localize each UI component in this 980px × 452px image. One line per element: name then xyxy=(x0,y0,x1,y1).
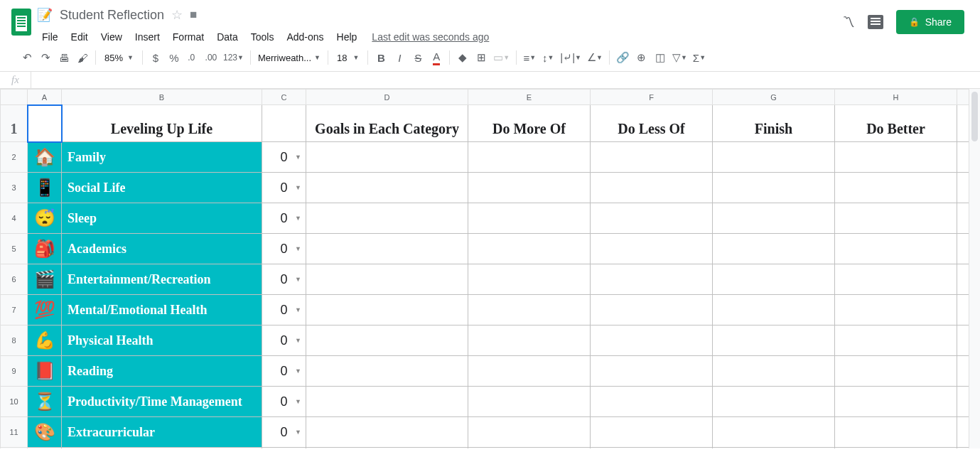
do-less-cell[interactable] xyxy=(591,264,713,295)
menu-format[interactable]: Format xyxy=(168,28,209,45)
goals-cell[interactable] xyxy=(306,295,468,325)
cell-d1[interactable]: Goals in Each Category xyxy=(306,105,468,142)
dropdown-arrow-icon[interactable]: ▼ xyxy=(295,337,301,344)
menu-help[interactable]: Help xyxy=(332,28,362,45)
category-icon[interactable]: ⏳ xyxy=(28,387,62,417)
value-cell[interactable]: 0▼ xyxy=(262,203,306,234)
print-button[interactable]: 🖶 xyxy=(55,48,72,67)
finish-cell[interactable] xyxy=(713,356,835,387)
col-header-g[interactable]: G xyxy=(713,90,835,105)
do-less-cell[interactable] xyxy=(591,356,713,387)
row-12-partial[interactable]: 12 xyxy=(1,448,970,449)
category-label[interactable]: Social Life xyxy=(62,173,262,203)
move-folder-icon[interactable]: ■ xyxy=(190,8,197,22)
dropdown-arrow-icon[interactable]: ▼ xyxy=(295,276,301,283)
category-label[interactable]: Reading xyxy=(62,356,262,387)
row-9[interactable]: 9📕Reading0▼ xyxy=(1,356,970,387)
row-7[interactable]: 7💯Mental/Emotional Health0▼ xyxy=(1,295,970,325)
italic-button[interactable]: I xyxy=(391,48,408,67)
functions-button[interactable]: Σ▼ xyxy=(691,48,708,67)
paint-format-button[interactable]: 🖌 xyxy=(74,48,91,67)
do-more-cell[interactable] xyxy=(468,234,591,264)
finish-cell[interactable] xyxy=(713,203,835,234)
col-header-f[interactable]: F xyxy=(591,90,713,105)
row-1[interactable]: 1 Leveling Up Life Goals in Each Categor… xyxy=(1,105,970,142)
col-header-a[interactable]: A xyxy=(28,90,62,105)
category-icon[interactable]: 😴 xyxy=(28,203,62,234)
do-less-cell[interactable] xyxy=(591,417,713,448)
do-more-cell[interactable] xyxy=(468,264,591,295)
do-less-cell[interactable] xyxy=(591,203,713,234)
h-align-button[interactable]: ≡▼ xyxy=(521,48,538,67)
value-cell[interactable]: 0▼ xyxy=(262,142,306,173)
explore-trend-icon[interactable]: 〽 xyxy=(842,15,855,30)
do-more-cell[interactable] xyxy=(468,203,591,234)
category-icon[interactable]: 🎬 xyxy=(28,264,62,295)
finish-cell[interactable] xyxy=(713,173,835,203)
menu-tools[interactable]: Tools xyxy=(246,28,279,45)
do-more-cell[interactable] xyxy=(468,173,591,203)
font-select[interactable]: Merriweath...▼ xyxy=(255,53,323,63)
undo-button[interactable]: ↶ xyxy=(18,48,36,67)
finish-cell[interactable] xyxy=(713,234,835,264)
do-better-cell[interactable] xyxy=(835,387,957,417)
cell-g1[interactable]: Finish xyxy=(713,105,835,142)
category-icon[interactable]: 💪 xyxy=(28,325,62,356)
row-5[interactable]: 5🎒Academics0▼ xyxy=(1,234,970,264)
category-label[interactable]: Sleep xyxy=(62,203,262,234)
do-more-cell[interactable] xyxy=(468,356,591,387)
strike-button[interactable]: S xyxy=(409,48,426,67)
increase-decimal-button[interactable]: .00 xyxy=(203,48,220,67)
category-label[interactable]: Mental/Emotional Health xyxy=(62,295,262,325)
category-icon[interactable]: 📕 xyxy=(28,356,62,387)
cell-i1[interactable] xyxy=(957,105,970,142)
cell-a1[interactable] xyxy=(28,105,62,142)
dropdown-arrow-icon[interactable]: ▼ xyxy=(295,215,301,222)
percent-button[interactable]: % xyxy=(166,48,183,67)
do-better-cell[interactable] xyxy=(835,234,957,264)
do-better-cell[interactable] xyxy=(835,173,957,203)
do-less-cell[interactable] xyxy=(591,325,713,356)
menu-addons[interactable]: Add-ons xyxy=(281,28,328,45)
borders-button[interactable]: ⊞ xyxy=(473,48,490,67)
row-header-2[interactable]: 2 xyxy=(1,142,28,173)
vertical-scrollbar[interactable] xyxy=(969,89,980,448)
do-better-cell[interactable] xyxy=(835,295,957,325)
category-icon[interactable]: 💯 xyxy=(28,295,62,325)
goals-cell[interactable] xyxy=(306,264,468,295)
blank-cell[interactable] xyxy=(957,173,970,203)
do-better-cell[interactable] xyxy=(835,417,957,448)
v-align-button[interactable]: ↕▼ xyxy=(539,48,556,67)
row-header-7[interactable]: 7 xyxy=(1,295,28,325)
value-cell[interactable]: 0▼ xyxy=(262,234,306,264)
do-more-cell[interactable] xyxy=(468,142,591,173)
merge-button[interactable]: ▭▼ xyxy=(491,48,512,67)
value-cell[interactable]: 0▼ xyxy=(262,356,306,387)
value-cell[interactable]: 0▼ xyxy=(262,417,306,448)
cell-e1[interactable]: Do More Of xyxy=(468,105,591,142)
goals-cell[interactable] xyxy=(306,387,468,417)
blank-cell[interactable] xyxy=(957,203,970,234)
decrease-decimal-button[interactable]: .0 xyxy=(184,48,201,67)
sheets-logo-icon[interactable] xyxy=(11,9,31,36)
row-3[interactable]: 3📱Social Life0▼ xyxy=(1,173,970,203)
do-more-cell[interactable] xyxy=(468,387,591,417)
col-header-d[interactable]: D xyxy=(306,90,468,105)
row-header-9[interactable]: 9 xyxy=(1,356,28,387)
value-cell[interactable]: 0▼ xyxy=(262,264,306,295)
do-more-cell[interactable] xyxy=(468,417,591,448)
category-label[interactable]: Physical Health xyxy=(62,325,262,356)
comment-button[interactable]: ⊕ xyxy=(633,48,650,67)
rotate-button[interactable]: ∠▼ xyxy=(585,48,605,67)
row-header-5[interactable]: 5 xyxy=(1,234,28,264)
goals-cell[interactable] xyxy=(306,173,468,203)
last-edit-link[interactable]: Last edit was seconds ago xyxy=(372,31,489,43)
blank-cell[interactable] xyxy=(957,264,970,295)
col-header-h[interactable]: H xyxy=(835,90,957,105)
doc-title[interactable]: Student Reflection xyxy=(60,8,164,23)
column-headers[interactable]: A B C D E F G H xyxy=(1,90,970,105)
value-cell[interactable]: 0▼ xyxy=(262,173,306,203)
blank-cell[interactable] xyxy=(957,234,970,264)
col-header-b[interactable]: B xyxy=(62,90,262,105)
blank-cell[interactable] xyxy=(957,295,970,325)
